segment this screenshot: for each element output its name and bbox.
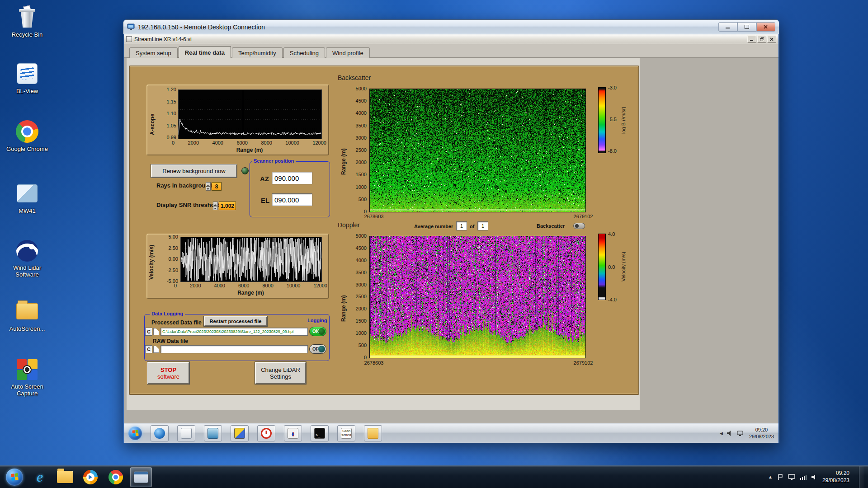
backscatter-toggle[interactable] [573,223,585,229]
drive-letter-icon[interactable]: C [145,345,152,353]
desktop-icon-mw41[interactable]: MW41 [5,181,49,215]
stop-software-button[interactable]: STOP software [147,362,189,384]
display-icon[interactable] [788,474,795,480]
ascope-y-axis-label: A-scope [149,96,156,135]
rays-in-background-label: Rays in background [156,182,212,189]
backscatter-x-start: 2678603 [364,214,384,219]
tick-label: 12000 [312,140,326,145]
tick-label: 4500 [356,98,367,103]
average-number-input[interactable] [456,221,467,230]
taskbar-item-remote-desktop[interactable] [130,467,152,487]
taskbar-item-explorer[interactable] [54,467,76,487]
remote-start-button[interactable] [128,427,142,440]
desktop-icon-label: BL-View [16,88,38,95]
app-restore-button[interactable] [757,35,766,43]
speaker-icon[interactable] [811,474,817,480]
remote-clock[interactable]: 09:20 29/08/2023 [749,427,774,440]
panel-outside-area [127,410,640,424]
stop-line1: STOP [160,366,176,373]
change-line1: Change LiDAR [261,366,300,373]
remote-app-console[interactable]: >_ [311,425,329,441]
desktop-icon-recycle-bin[interactable]: Recycle Bin [5,5,49,38]
az-label: AZ [260,175,269,183]
rays-spinner[interactable] [206,182,211,191]
desktop-icon-label: Google Chrome [6,146,48,153]
drive-letter-icon[interactable]: C [145,328,152,336]
processed-logging-toggle[interactable]: ON [309,327,326,336]
app-minimize-button[interactable] [747,35,756,43]
close-button[interactable] [756,22,775,32]
backscatter-colorbar-title: log B (/m/sr) [621,87,626,153]
snr-value-field[interactable]: 1.002 [219,202,236,210]
rdp-titlebar[interactable]: 192.168.0.150 - Remote Desktop Connectio… [123,20,779,34]
remote-app-monitor[interactable] [204,425,222,441]
remote-app-window[interactable] [231,425,249,441]
minimize-button[interactable] [718,22,737,32]
rays-value-field[interactable]: 8 [212,182,222,191]
taskbar-item-chrome[interactable] [105,467,127,487]
tick-label: 500 [359,197,367,202]
stop-line2: software [157,373,179,380]
desktop-icon-autoscreen[interactable]: AutoScreen... [5,299,49,333]
taskbar-item-internet-explorer[interactable]: e [29,467,51,487]
doppler-heatmap-canvas [369,236,586,358]
desktop-icon-auto-screen-capture[interactable]: Auto Screen Capture [5,357,49,397]
remote-app-xr[interactable] [284,425,302,441]
desktop-icon-google-chrome[interactable]: Google Chrome [5,119,49,153]
snr-spinner[interactable] [213,202,218,210]
host-taskbar: e ▲ 09:20 29/08/2023 [0,465,868,488]
show-desktop-button[interactable] [859,466,864,488]
change-lidar-settings-button[interactable]: Change LiDAR Settings [255,362,306,384]
action-center-flag-icon[interactable] [778,474,783,480]
remote-app-power[interactable] [257,425,275,441]
desktop-icon-label: Wind Lidar Software [5,265,49,278]
show-hidden-icons-arrow[interactable]: ▲ [768,474,773,479]
network-signal-icon[interactable] [800,474,807,480]
tab-wind-profile[interactable]: Wind profile [326,47,370,58]
maximize-button[interactable] [737,22,756,32]
tick-label: 2.50 [169,245,178,251]
tick-label: 4500 [356,245,367,251]
raw-file-path-input[interactable] [160,345,308,353]
desktop-icon-bl-view[interactable]: BL-View [5,61,49,95]
tab-temp-humidity[interactable]: Temp/humidity [232,47,283,58]
remote-app-scan-sched[interactable]: Scan sched [337,425,355,441]
tab-system-setup[interactable]: System setup [129,47,178,58]
file-browse-icon[interactable] [153,346,159,353]
tab-scheduling[interactable]: Scheduling [283,47,325,58]
raw-logging-toggle[interactable]: OFF [309,344,326,354]
az-input[interactable] [272,172,312,184]
tick-label: 12000 [313,283,327,288]
remote-app-explorer[interactable] [364,425,382,441]
tick-label: -5.5 [608,117,617,122]
backscatter-colorbar-ticks: -3.0-5.5-8.0 [608,85,617,154]
app-titlebar[interactable]: StreamLine XR v14-6.vi [124,34,778,44]
tick-label: 1500 [356,318,367,324]
remote-app-document[interactable] [177,425,195,441]
restart-processed-file-button[interactable]: Restart processed file [204,316,267,326]
processed-file-path-input[interactable] [160,328,308,336]
monitor-icon [208,428,218,439]
start-button[interactable] [4,467,25,487]
tab-real-time-data[interactable]: Real time data [179,46,231,58]
renew-background-button[interactable]: Renew background now [151,164,237,178]
taskbar-item-media-player[interactable] [80,467,101,487]
average-total-input[interactable] [477,221,488,230]
app-close-button[interactable] [767,35,776,43]
host-clock[interactable]: 09:20 29/08/2023 [822,470,849,484]
show-hidden-icons-arrow[interactable]: ◀ [720,431,723,436]
tick-label: 0 [174,283,177,288]
tick-label: 4000 [356,258,367,263]
doppler-y-ticks: 5000450040003500300025002000150010005000 [346,233,367,360]
file-browse-icon[interactable] [153,328,159,335]
speaker-icon[interactable] [727,431,733,436]
desktop-icon-wind-lidar[interactable]: Wind Lidar Software [5,238,49,278]
el-input[interactable] [272,193,312,206]
tick-label: 4.0 [608,231,617,237]
remote-app-browser[interactable] [151,425,169,441]
front-panel: A-scope 1.201.151.101.050.99 02000400060… [127,58,640,410]
ascope-plot-canvas[interactable] [178,89,322,139]
tick-label: 10000 [287,283,301,288]
network-icon[interactable] [737,431,743,436]
power-icon [261,428,272,439]
